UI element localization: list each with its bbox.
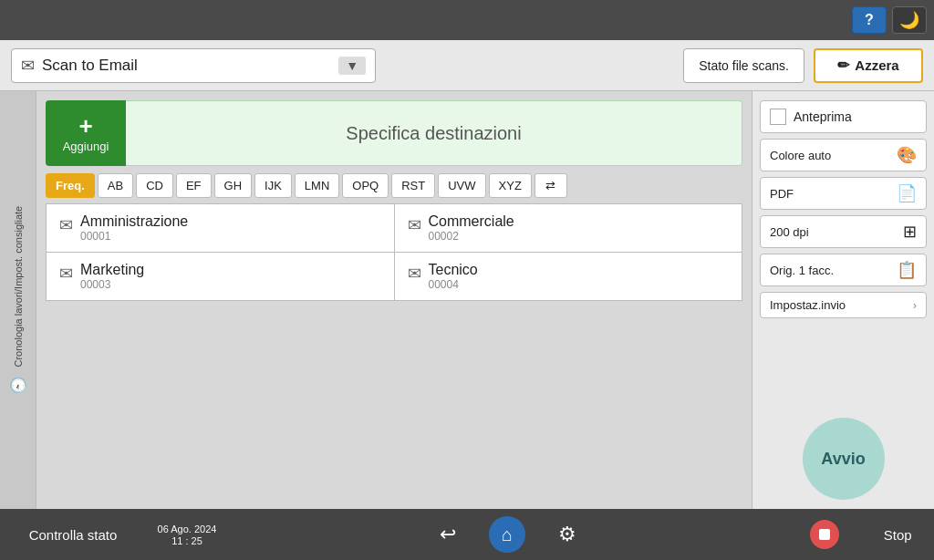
stop-inner-icon	[819, 529, 830, 540]
contact-name: Amministrazione	[80, 213, 381, 230]
alpha-tab-11[interactable]: ⇄	[534, 173, 567, 198]
email-icon: ✉	[21, 56, 35, 76]
stop-button[interactable]: Stop	[884, 527, 912, 543]
pencil-icon: ✏	[837, 57, 849, 74]
preview-label: Anteprima	[794, 109, 852, 124]
right-sidebar: Anteprima Colore auto 🎨 PDF 📄 200 dpi ⊞ …	[752, 91, 934, 509]
alpha-tab-10[interactable]: XYZ	[489, 173, 532, 198]
time-text: 11 : 25	[171, 535, 202, 546]
stop-icon-wrap	[810, 520, 839, 549]
alpha-tab-6[interactable]: LMN	[295, 173, 339, 198]
contact-info: Marketing 00003	[80, 262, 381, 291]
specifica-box: Specifica destinazioni	[126, 100, 742, 166]
contact-name: Commerciale	[429, 213, 730, 230]
contact-item-0[interactable]: ✉ Amministrazione 00001	[47, 204, 394, 252]
contact-code: 00001	[80, 230, 381, 243]
controlla-stato-button[interactable]: Controlla stato	[0, 509, 146, 560]
add-button[interactable]: + Aggiungi	[46, 100, 126, 166]
settings-button[interactable]: ⚙	[558, 523, 576, 546]
scan-title: Scan to Email	[42, 57, 331, 75]
orig-label: Orig. 1 facc.	[770, 264, 891, 277]
specifica-label: Specifica destinazioni	[346, 123, 521, 144]
alpha-tabs: Freq.ABCDEFGHIJKLMNOPQRSTUVWXYZ⇄	[46, 173, 742, 198]
contact-code: 00002	[429, 230, 730, 243]
alpha-tab-7[interactable]: OPQ	[342, 173, 389, 198]
alpha-tab-2[interactable]: CD	[136, 173, 173, 198]
azzera-button[interactable]: ✏ Azzera	[814, 48, 923, 83]
dpi-setting[interactable]: 200 dpi ⊞	[760, 215, 927, 248]
dpi-label: 200 dpi	[770, 225, 898, 239]
dpi-icon: ⊞	[903, 222, 917, 242]
contact-item-1[interactable]: ✉ Commerciale 00002	[395, 204, 742, 252]
azzera-label: Azzera	[855, 57, 898, 73]
color-setting[interactable]: Colore auto 🎨	[760, 139, 927, 171]
impostaz-label: Impostaz.invio	[770, 298, 846, 312]
chevron-right-icon: ›	[913, 298, 917, 312]
bottom-center-nav: ↩ ⌂ ⚙	[228, 516, 788, 553]
add-label: Aggiungi	[63, 140, 109, 153]
help-button[interactable]: ?	[852, 6, 887, 34]
alpha-tab-3[interactable]: EF	[176, 173, 212, 198]
alpha-tab-4[interactable]: GH	[214, 173, 253, 198]
dropdown-arrow: ▼	[338, 57, 366, 75]
orig-icon: 📋	[897, 260, 917, 280]
contact-item-3[interactable]: ✉ Tecnico 00004	[395, 253, 742, 300]
preview-checkbox[interactable]	[770, 109, 786, 125]
contact-envelope-icon: ✉	[59, 215, 73, 235]
contact-name: Marketing	[80, 262, 381, 278]
color-icon: 🎨	[897, 145, 917, 165]
contacts-grid: ✉ Amministrazione 00001 ✉ Commerciale 00…	[46, 203, 742, 301]
color-label: Colore auto	[770, 149, 891, 162]
pdf-label: PDF	[770, 187, 891, 201]
bottom-bar: Controlla stato 06 Ago. 2024 11 : 25 ↩ ⌂…	[0, 509, 934, 560]
left-tab-text: 🕐 Cronologia lavori/Impost. consigliate	[9, 206, 27, 394]
contact-item-2[interactable]: ✉ Marketing 00003	[47, 253, 394, 300]
plus-icon: +	[78, 114, 92, 138]
pdf-setting[interactable]: PDF 📄	[760, 177, 927, 210]
alpha-tab-9[interactable]: UVW	[438, 173, 485, 198]
contact-envelope-icon: ✉	[59, 264, 73, 284]
contact-envelope-icon: ✉	[408, 264, 421, 284]
controlla-label: Controlla stato	[29, 527, 118, 543]
dest-bar: + Aggiungi Specifica destinazioni	[46, 100, 742, 166]
back-button[interactable]: ↩	[440, 523, 456, 546]
bottom-right: Stop	[788, 520, 934, 549]
top-bar: ? 🌙	[0, 0, 934, 40]
date-text: 06 Ago. 2024	[158, 524, 217, 534]
stato-button[interactable]: Stato file scans.	[683, 48, 804, 83]
contact-info: Commerciale 00002	[429, 213, 730, 243]
scan-dropdown[interactable]: ✉ Scan to Email ▼	[11, 48, 376, 83]
contact-name: Tecnico	[429, 262, 730, 278]
contact-info: Amministrazione 00001	[80, 213, 381, 243]
pdf-icon: 📄	[897, 183, 917, 203]
contact-code: 00004	[429, 278, 730, 291]
preview-button[interactable]: Anteprima	[760, 100, 927, 133]
datetime-display: 06 Ago. 2024 11 : 25	[146, 524, 228, 546]
moon-button[interactable]: 🌙	[892, 6, 927, 34]
clock-icon: 🕐	[9, 375, 27, 394]
impostaz-button[interactable]: Impostaz.invio ›	[760, 292, 927, 318]
contact-envelope-icon: ✉	[408, 215, 421, 235]
alpha-tab-5[interactable]: IJK	[254, 173, 292, 198]
alpha-tab-0[interactable]: Freq.	[46, 173, 95, 198]
stop-circle-icon	[810, 520, 839, 549]
home-button[interactable]: ⌂	[489, 516, 525, 553]
orig-setting[interactable]: Orig. 1 facc. 📋	[760, 254, 927, 286]
alpha-tab-8[interactable]: RST	[391, 173, 435, 198]
contact-info: Tecnico 00004	[429, 262, 730, 291]
left-tab[interactable]: 🕐 Cronologia lavori/Impost. consigliate	[0, 91, 36, 509]
main-area: + Aggiungi Specifica destinazioni Freq.A…	[36, 91, 752, 509]
contact-code: 00003	[80, 278, 381, 291]
header-row: ✉ Scan to Email ▼ Stato file scans. ✏ Az…	[0, 40, 934, 91]
avvio-button[interactable]: Avvio	[803, 418, 885, 500]
alpha-tab-1[interactable]: AB	[98, 173, 133, 198]
